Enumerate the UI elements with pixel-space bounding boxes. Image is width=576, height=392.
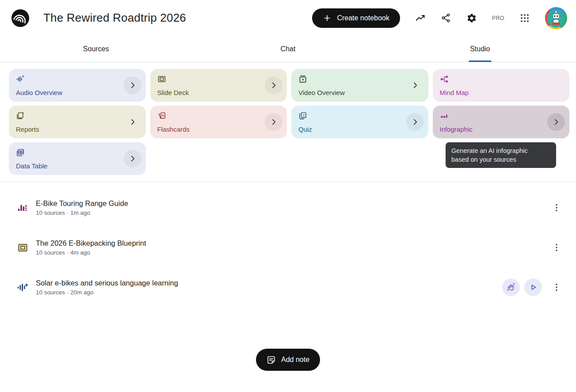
settings-gear-icon[interactable]: [466, 13, 477, 23]
video-overview-icon: [298, 75, 307, 84]
tab-chat[interactable]: Chat: [192, 36, 384, 62]
tab-studio-label: Studio: [470, 45, 490, 53]
flashcards-open-button[interactable]: [265, 113, 282, 131]
more-options-icon[interactable]: [551, 202, 562, 213]
studio-card-flashcards[interactable]: Flashcards: [150, 106, 287, 138]
card-label: Infographic: [440, 126, 563, 133]
avatar-robot-image: [547, 9, 565, 27]
card-label: Reports: [16, 126, 139, 133]
play-icon: [528, 282, 538, 292]
card-label: Audio Overview: [16, 89, 139, 96]
tab-chat-label: Chat: [281, 45, 296, 53]
hand-wave-icon: [506, 282, 516, 292]
video-overview-open-button[interactable]: [406, 76, 424, 94]
slide-deck-open-button[interactable]: [265, 76, 282, 94]
note-icon: [267, 355, 276, 365]
header-actions: Create notebook PRO: [312, 7, 567, 29]
artifact-text: E-Bike Touring Range Guide 10 sources · …: [36, 199, 128, 216]
audio-waveform-sparkle-icon: [16, 75, 25, 84]
artifact-text: Solar e-bikes and serious language learn…: [36, 279, 178, 296]
apps-grid-icon[interactable]: [519, 13, 530, 23]
report-sparkle-icon: [16, 111, 25, 120]
notebooklm-page: The Rewired Roadtrip 2026 Create noteboo…: [0, 0, 576, 392]
more-options-icon[interactable]: [551, 242, 562, 253]
tabbar: Sources Chat Studio: [0, 36, 576, 62]
studio-card-mind-map[interactable]: Mind Map: [433, 69, 570, 102]
studio-card-reports[interactable]: Reports: [9, 106, 146, 138]
quiz-open-button[interactable]: [406, 113, 424, 131]
artifact-actions: [502, 278, 562, 296]
svg-text:?: ?: [302, 114, 305, 118]
artifact-title: The 2026 E-Bikepacking Blueprint: [36, 239, 146, 247]
artifact-text: The 2026 E-Bikepacking Blueprint 10 sour…: [36, 239, 146, 256]
infographic-icon: [440, 111, 449, 120]
audio-overview-open-button[interactable]: [124, 76, 141, 94]
trending-up-icon[interactable]: [415, 13, 426, 23]
studio-card-infographic[interactable]: Infographic: [433, 106, 570, 138]
tooltip-line-1: Generate an AI infographic: [451, 146, 550, 155]
flashcards-icon: [157, 111, 166, 120]
slide-deck-icon: [17, 242, 29, 254]
tab-studio[interactable]: Studio: [384, 36, 576, 62]
card-label: Quiz: [298, 126, 421, 133]
artifact-row-infographic-result[interactable]: E-Bike Touring Range Guide 10 sources · …: [0, 188, 576, 228]
infographic-tooltip: Generate an AI infographic based on your…: [446, 142, 556, 168]
artifact-actions: [542, 202, 562, 213]
bar-chart-icon: [17, 202, 29, 214]
reports-open-button[interactable]: [124, 113, 141, 131]
tooltip-line-2: based on your sources: [451, 155, 550, 164]
card-label: Mind Map: [440, 89, 563, 96]
audio-waveform-sparkle-icon: [17, 282, 29, 293]
pro-badge: PRO: [492, 15, 504, 21]
card-label: Slide Deck: [157, 89, 280, 96]
more-options-icon[interactable]: [551, 282, 562, 293]
card-label: Data Table: [16, 162, 139, 170]
slide-deck-icon: [157, 75, 166, 84]
card-label: Flashcards: [157, 126, 280, 133]
add-note-label: Add note: [281, 356, 309, 364]
artifact-meta: 10 sources · 4m ago: [36, 249, 146, 256]
share-icon[interactable]: [441, 13, 451, 23]
artifact-list: E-Bike Touring Range Guide 10 sources · …: [0, 182, 576, 307]
artifact-meta: 10 sources · 20m ago: [36, 289, 178, 296]
plus-icon: [323, 14, 332, 23]
create-notebook-button[interactable]: Create notebook: [312, 8, 400, 28]
interactive-mode-button[interactable]: [502, 278, 520, 296]
infographic-open-button[interactable]: [547, 113, 565, 131]
studio-card-data-table[interactable]: Data Table: [9, 142, 146, 175]
studio-card-audio-overview[interactable]: Audio Overview: [9, 69, 146, 102]
artifact-actions: [542, 242, 562, 253]
studio-card-video-overview[interactable]: Video Overview: [291, 69, 428, 102]
studio-card-quiz[interactable]: ? Quiz: [291, 106, 428, 138]
tab-sources-label: Sources: [83, 45, 109, 53]
quiz-icon: ?: [298, 111, 307, 120]
artifact-row-audio-overview-result[interactable]: Solar e-bikes and serious language learn…: [0, 267, 576, 307]
studio-card-slide-deck[interactable]: Slide Deck: [150, 69, 287, 102]
add-note-row: Add note: [0, 349, 576, 371]
data-table-open-button[interactable]: [124, 150, 141, 167]
play-button[interactable]: [524, 278, 542, 296]
user-avatar[interactable]: [545, 7, 567, 29]
add-note-button[interactable]: Add note: [256, 349, 320, 371]
tab-studio-underline: [469, 61, 492, 62]
notebooklm-logo[interactable]: [11, 9, 29, 27]
tab-sources[interactable]: Sources: [0, 36, 192, 62]
card-label: Video Overview: [298, 89, 421, 96]
notebook-title[interactable]: The Rewired Roadtrip 2026: [43, 11, 186, 25]
data-table-icon: [16, 148, 25, 157]
create-notebook-label: Create notebook: [337, 14, 389, 22]
mind-map-icon: [440, 75, 449, 84]
artifact-row-slide-deck-result[interactable]: The 2026 E-Bikepacking Blueprint 10 sour…: [0, 228, 576, 267]
header: The Rewired Roadtrip 2026 Create noteboo…: [0, 0, 576, 36]
artifact-title: Solar e-bikes and serious language learn…: [36, 279, 178, 287]
artifact-meta: 10 sources · 1m ago: [36, 209, 128, 216]
artifact-title: E-Bike Touring Range Guide: [36, 199, 128, 208]
